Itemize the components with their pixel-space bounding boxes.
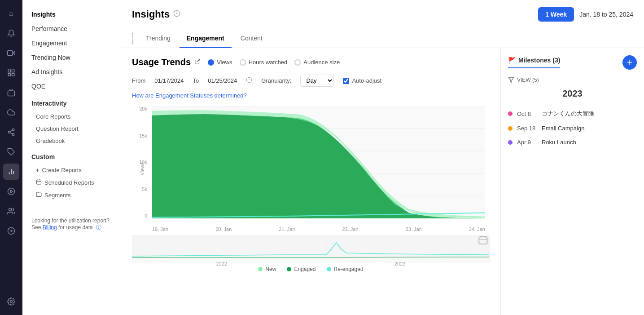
tab-engagement[interactable]: Engagement: [180, 29, 232, 48]
legend-dot-new: [258, 267, 263, 271]
milestone-date-0: Oct 8: [517, 111, 537, 117]
nav-icon-play[interactable]: [3, 183, 19, 200]
info-icon: ⓘ: [96, 224, 101, 231]
flag-icon: 🚩: [508, 57, 516, 64]
usage-trends-title: Usage Trends: [132, 57, 201, 67]
create-reports-icon: +: [36, 167, 39, 173]
external-link-icon[interactable]: [194, 58, 201, 66]
svg-rect-4: [8, 74, 10, 76]
nav-icon-home[interactable]: ⌂: [3, 5, 19, 22]
mini-chart-container[interactable]: 2022 2023: [132, 235, 490, 262]
mini-chart-x-labels: 2022 2023: [132, 260, 489, 267]
nav-icon-tv[interactable]: [3, 84, 19, 101]
nav-icon-grid[interactable]: [3, 65, 19, 81]
svg-marker-0: [13, 51, 15, 55]
nav-icon-cloud[interactable]: [3, 104, 19, 120]
y-axis-label: Views: [140, 162, 145, 175]
nav-icon-video[interactable]: [3, 45, 19, 61]
to-date[interactable]: 01/25/2024: [208, 77, 237, 84]
folder-icon: [36, 191, 42, 199]
main-content: Insights 1 Week Jan. 18 to 25, 2024 Tren…: [121, 0, 644, 315]
chart-plot-area: [152, 106, 485, 218]
sidebar-sub-question-report[interactable]: Question Report: [22, 123, 121, 135]
milestone-row-1: Sep 18 Email Campaign: [508, 121, 637, 135]
calendar-icon: [36, 179, 42, 186]
nav-icon-user[interactable]: [3, 203, 19, 219]
legend-dot-engaged: [287, 267, 291, 271]
sidebar-sub-gradebook[interactable]: Gradebook: [22, 135, 121, 147]
sidebar-item-ad-insights[interactable]: Ad Insights: [22, 65, 121, 79]
sidebar-sub-core-reports[interactable]: Core Reports: [22, 111, 121, 123]
milestone-name-0: コナンくんの大冒険: [542, 110, 594, 118]
nav-icon-plus[interactable]: [3, 223, 19, 239]
milestones-panel: 🚩 Milestones (3) + VIEW (5) 2023 Oct 8 コ…: [500, 48, 644, 315]
main-chart-container: 20k 15k 10k 5k 0 Views: [132, 106, 490, 232]
sidebar-footer: Looking for the utilization report? See …: [22, 210, 121, 239]
milestones-title: 🚩 Milestones (3): [508, 57, 560, 68]
chart-section: Usage Trends Views Hours watched: [121, 48, 500, 315]
nav-icon-tag[interactable]: [3, 144, 19, 160]
milestone-dot-0: [508, 111, 513, 116]
date-range-label: Jan. 18 to 25, 2024: [579, 11, 633, 18]
x-axis-labels: 19. Jan 20. Jan 21. Jan 22. Jan 23. Jan …: [152, 221, 485, 232]
milestone-dot-2: [508, 140, 513, 145]
milestone-date-2: Apr 9: [517, 139, 537, 146]
sidebar-section-custom: Custom: [22, 147, 121, 164]
content-area: Usage Trends Views Hours watched: [121, 48, 644, 315]
from-date[interactable]: 01/17/2024: [154, 77, 184, 84]
nav-icon-share[interactable]: [3, 124, 19, 140]
nav-icon-bell[interactable]: [3, 25, 19, 41]
chart-svg: [152, 106, 485, 218]
svg-line-10: [10, 133, 12, 134]
svg-rect-3: [12, 70, 14, 72]
svg-point-9: [12, 133, 14, 136]
radio-hours[interactable]: Hours watched: [240, 59, 288, 66]
mini-chart-wrapper: 2022 2023: [132, 235, 490, 262]
svg-point-22: [10, 301, 13, 303]
milestone-row-0: Oct 8 コナンくんの大冒険: [508, 106, 637, 121]
milestone-date-1: Sep 18: [517, 125, 537, 132]
page-header: Insights 1 Week Jan. 18 to 25, 2024: [121, 0, 644, 29]
svg-rect-6: [8, 91, 15, 96]
icon-navigation: ⌂: [0, 0, 22, 315]
auto-adjust-checkbox[interactable]: Auto-adjust: [343, 77, 381, 84]
svg-point-18: [9, 208, 12, 211]
week-button[interactable]: 1 Week: [538, 7, 574, 22]
radio-audience[interactable]: Audience size: [294, 59, 340, 66]
svg-rect-5: [12, 74, 14, 76]
granularity-select[interactable]: Day Week Month: [300, 75, 334, 87]
tab-bar: Trending Engagement Content: [121, 29, 644, 48]
sidebar-item-qoe[interactable]: QOE: [22, 79, 121, 93]
sidebar-item-insights[interactable]: Insights: [22, 7, 121, 22]
milestone-name-2: Roku Launch: [542, 139, 576, 146]
drag-handle: [132, 32, 133, 44]
sidebar-sub-scheduled-reports[interactable]: Scheduled Reports: [22, 176, 121, 189]
nav-icon-settings[interactable]: [3, 293, 19, 310]
svg-point-8: [8, 131, 10, 133]
metric-radio-group: Views Hours watched Audience size: [208, 59, 340, 66]
svg-rect-23: [37, 180, 41, 184]
usage-trends-header: Usage Trends Views Hours watched: [132, 57, 490, 67]
billing-link[interactable]: Billing: [43, 224, 57, 231]
nav-icon-chart[interactable]: [3, 164, 19, 180]
svg-point-7: [12, 129, 14, 131]
view-filter[interactable]: VIEW (5): [508, 77, 637, 83]
svg-rect-1: [8, 51, 13, 56]
engagement-statuses-link[interactable]: How are Engagement Statuses determined?: [132, 92, 490, 99]
date-info-icon: [246, 77, 252, 84]
svg-line-11: [10, 130, 12, 132]
tab-trending[interactable]: Trending: [139, 29, 178, 48]
sidebar-sub-create-reports[interactable]: + Create Reports: [22, 164, 121, 176]
sidebar-item-trending-now[interactable]: Trending Now: [22, 50, 121, 65]
sidebar-section-interactivity: Interactivity: [22, 93, 121, 111]
svg-rect-2: [8, 70, 10, 72]
sidebar-sub-segments[interactable]: Segments: [22, 189, 121, 201]
sidebar: Insights Performance Engagement Trending…: [22, 0, 121, 315]
svg-point-16: [8, 188, 15, 195]
add-milestone-button[interactable]: +: [622, 55, 637, 70]
header-controls: 1 Week Jan. 18 to 25, 2024: [538, 7, 633, 22]
sidebar-item-engagement[interactable]: Engagement: [22, 36, 121, 50]
sidebar-item-performance[interactable]: Performance: [22, 22, 121, 36]
tab-content[interactable]: Content: [233, 29, 270, 48]
radio-views[interactable]: Views: [208, 59, 232, 66]
